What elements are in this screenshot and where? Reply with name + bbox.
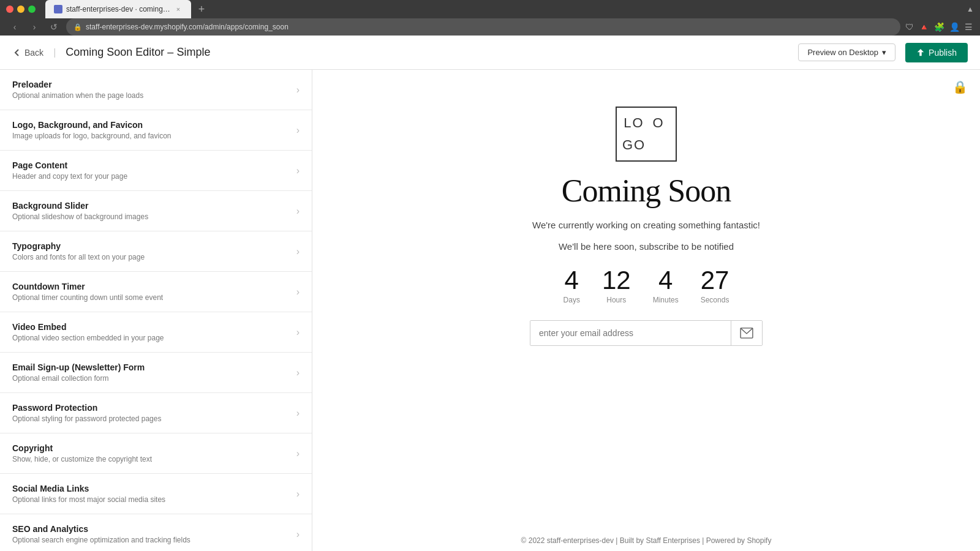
email-form[interactable] [530,320,763,346]
sidebar-item-preloader-title: Preloader [12,80,296,89]
sidebar-item-password-protection-content: Password Protection Optional styling for… [12,403,296,423]
sidebar-item-video-embed-title: Video Embed [12,322,296,332]
window-controls [6,6,36,13]
close-window-btn[interactable] [6,6,13,13]
chevron-right-icon: › [296,84,300,96]
chevron-right-icon: › [296,529,300,540]
sidebar: Preloader Optional animation when the pa… [0,70,312,551]
sidebar-item-email-signup-content: Email Sign-up (Newsletter) Form Optional… [12,362,296,383]
active-tab[interactable]: staff-enterprises-dev · coming… × [45,0,191,18]
countdown-seconds-label: Seconds [701,296,729,304]
publish-button[interactable]: Publish [905,43,968,62]
sidebar-item-copyright-title: Copyright [12,443,296,453]
sidebar-item-preloader[interactable]: Preloader Optional animation when the pa… [0,70,312,110]
sidebar-item-social-media-content: Social Media Links Optional links for mo… [12,484,296,504]
tab-favicon [54,5,62,13]
profile-icon: 👤 [949,22,960,32]
preview-footer: © 2022 staff-enterprises-dev | Built by … [521,500,772,551]
countdown-minutes-label: Minutes [653,296,679,304]
chevron-right-icon: › [296,489,300,500]
logo-br [646,134,671,156]
sidebar-item-copyright[interactable]: Copyright Show, hide, or customize the c… [0,433,312,474]
reload-btn[interactable]: ↺ [47,20,61,34]
sidebar-item-countdown[interactable]: Countdown Timer Optional timer counting … [0,272,312,312]
nav-bar: ‹ › ↺ 🔒 staff-enterprises-dev.myshopify.… [0,18,980,36]
sidebar-item-logo-desc: Image uploads for logo, background, and … [12,132,296,140]
sidebar-item-email-signup[interactable]: Email Sign-up (Newsletter) Form Optional… [0,353,312,393]
sidebar-item-seo-analytics-content: SEO and Analytics Optional search engine… [12,524,296,544]
sidebar-item-social-media[interactable]: Social Media Links Optional links for mo… [0,474,312,514]
sidebar-item-countdown-title: Countdown Timer [12,282,296,291]
chevron-right-icon: › [296,287,300,298]
sidebar-item-page-content-title: Page Content [12,160,296,170]
preview-area: 🔒 LO O GO Coming Soon We're c [312,70,980,551]
chevron-right-icon: › [296,246,300,257]
sidebar-item-typography[interactable]: Typography Colors and fonts for all text… [0,231,312,272]
logo-tr: O [646,112,671,134]
logo-bl: GO [622,134,646,156]
chevron-right-icon: › [296,165,300,176]
extensions-icon: 🧩 [934,22,944,32]
sidebar-item-email-signup-desc: Optional email collection form [12,374,296,383]
app-header: Back | Coming Soon Editor – Simple Previ… [0,36,980,70]
publish-label: Publish [929,48,957,58]
logo-tl: LO [622,112,646,134]
countdown-days-label: Days [564,296,580,304]
chevron-right-icon: › [296,367,300,378]
maximize-window-btn[interactable] [28,6,36,13]
shield-icon: 🛡 [905,22,914,32]
email-input[interactable] [530,321,731,345]
subtitle-2: We'll be here soon, subscribe to be noti… [559,241,734,252]
countdown-days-value: 4 [565,268,579,293]
footer-copyright: © 2022 staff-enterprises-dev | Built by … [521,536,772,545]
sidebar-item-video-embed-content: Video Embed Optional video section embed… [12,322,296,342]
address-bar[interactable]: 🔒 staff-enterprises-dev.myshopify.com/ad… [66,18,900,36]
sidebar-item-preloader-content: Preloader Optional animation when the pa… [12,80,296,100]
sidebar-item-page-content[interactable]: Page Content Header and copy text for yo… [0,151,312,191]
sidebar-item-seo-analytics[interactable]: SEO and Analytics Optional search engine… [0,514,312,551]
logo-inner: LO O GO [622,112,671,156]
sidebar-item-social-media-title: Social Media Links [12,484,296,493]
main-layout: Preloader Optional animation when the pa… [0,70,980,551]
sidebar-item-password-protection-title: Password Protection [12,403,296,413]
sidebar-item-page-content-desc: Header and copy text for your page [12,172,296,181]
minimize-window-btn[interactable] [17,6,24,13]
sidebar-item-email-signup-title: Email Sign-up (Newsletter) Form [12,362,296,372]
sidebar-item-logo[interactable]: Logo, Background, and Favicon Image uplo… [0,110,312,151]
page-title: Coming Soon Editor – Simple [66,46,788,59]
subtitle-1: We're currently working on creating some… [532,220,760,230]
forward-nav-btn[interactable]: › [27,20,42,34]
countdown-days: 4 Days [564,268,580,304]
tab-bar: staff-enterprises-dev · coming… × + ▲ [0,0,980,18]
sidebar-item-preloader-desc: Optional animation when the page loads [12,91,296,100]
ssl-lock-icon: 🔒 [74,23,82,31]
sidebar-item-background-slider[interactable]: Background Slider Optional slideshow of … [0,191,312,231]
header-divider: | [53,47,56,58]
countdown-hours-label: Hours [606,296,626,304]
tab-close-btn[interactable]: × [174,5,183,13]
preview-content: LO O GO Coming Soon We're currently work… [462,107,830,346]
preview-button[interactable]: Preview on Desktop ▾ [798,43,895,61]
countdown-hours: 12 Hours [602,268,631,304]
countdown-seconds: 27 Seconds [701,268,729,304]
back-button[interactable]: Back [12,48,43,58]
sidebar-item-password-protection[interactable]: Password Protection Optional styling for… [0,393,312,433]
chevron-right-icon: › [296,206,300,217]
alert-icon: 🔺 [919,22,929,32]
sidebar-item-countdown-content: Countdown Timer Optional timer counting … [12,282,296,302]
new-tab-btn[interactable]: + [198,3,205,16]
menu-icon: ☰ [965,22,973,32]
preview-label: Preview on Desktop [807,48,878,57]
sidebar-item-password-protection-desc: Optional styling for password protected … [12,414,296,423]
preview-dropdown-icon: ▾ [882,48,886,57]
chevron-right-icon: › [296,327,300,338]
sidebar-item-logo-content: Logo, Background, and Favicon Image uplo… [12,120,296,140]
tab-title: staff-enterprises-dev · coming… [66,5,170,13]
countdown-seconds-value: 27 [701,268,729,293]
back-nav-btn[interactable]: ‹ [7,20,22,34]
sidebar-item-background-slider-content: Background Slider Optional slideshow of … [12,201,296,221]
email-submit-btn[interactable] [731,321,762,345]
sidebar-item-page-content-content: Page Content Header and copy text for yo… [12,160,296,181]
sidebar-item-video-embed[interactable]: Video Embed Optional video section embed… [0,312,312,353]
logo-box: LO O GO [616,107,677,162]
